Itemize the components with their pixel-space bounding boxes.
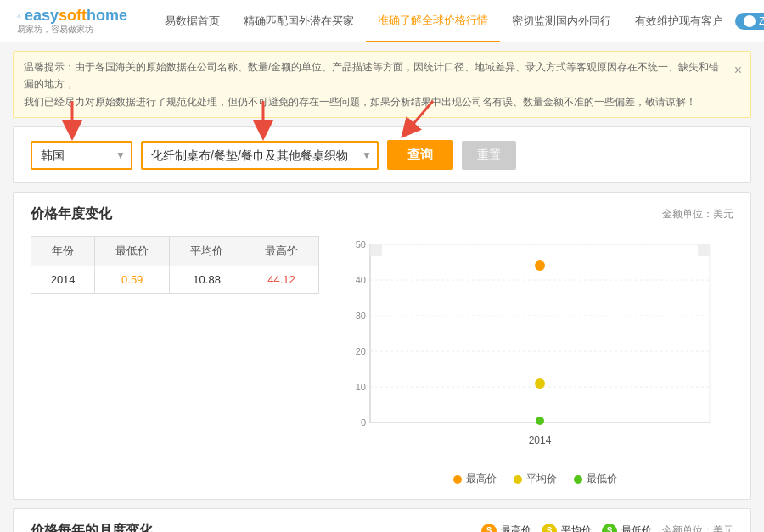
- product-select-wrapper: 化纤制桌布/餐垫/餐巾及其他餐桌织物 ▼: [141, 141, 379, 170]
- country-select[interactable]: 韩国: [31, 141, 132, 170]
- data-table-wrapper: 年份 最低价 平均价 最高价 2014 0.59 10.88 44.12: [31, 236, 319, 294]
- price-annual-section: 价格年度变化 金额单位：美元 年份 最低价 平均价 最高价 2014 0.59: [13, 192, 751, 500]
- lang-label: ZH: [759, 15, 764, 27]
- legend-max: 最高价: [453, 472, 497, 486]
- table-row: 2014 0.59 10.88 44.12: [31, 266, 319, 294]
- monthly-section: 价格每年的月度变化 S 最高价 S 平均价 S 最低价 金额单位：美元 年份 1…: [13, 508, 751, 532]
- section-header: 价格年度变化 金额单位：美元: [31, 205, 733, 223]
- monthly-legend-avg-circle: S: [542, 524, 557, 532]
- legend-min-dot: [574, 475, 582, 484]
- col-min-header: 最低价: [95, 237, 170, 266]
- query-button[interactable]: 查询: [387, 140, 453, 170]
- logo: easy soft home 易家坊，容易做家坊: [17, 7, 127, 36]
- lang-toggle[interactable]: ZH: [735, 13, 764, 30]
- monthly-legend-avg-label: 平均价: [561, 524, 592, 532]
- logo-easy: easy: [25, 7, 59, 25]
- svg-text:2014: 2014: [529, 434, 552, 446]
- monthly-legend-max: S 最高价: [481, 524, 531, 532]
- monthly-legend-max-circle: S: [481, 524, 497, 532]
- svg-text:30: 30: [356, 311, 366, 321]
- toggle-dot: [744, 15, 756, 27]
- nav-item-buyers[interactable]: 精确匹配国外潜在买家: [232, 0, 366, 42]
- year-cell: 2014: [31, 266, 95, 294]
- logo-icon: [17, 7, 21, 25]
- product-select[interactable]: 化纤制桌布/餐垫/餐巾及其他餐桌织物: [141, 141, 379, 170]
- country-select-wrapper: 韩国 ▼: [31, 141, 132, 170]
- price-table: 年份 最低价 平均价 最高价 2014 0.59 10.88 44.12: [31, 236, 319, 294]
- legend-min-label: 最低价: [587, 472, 617, 486]
- notice-close-button[interactable]: ×: [734, 59, 742, 81]
- col-max-header: 最高价: [244, 237, 319, 266]
- header: easy soft home 易家坊，容易做家坊 易数据首页 精确匹配国外潜在买…: [0, 0, 764, 42]
- nav-item-customers[interactable]: 有效维护现有客户: [623, 0, 735, 42]
- monthly-legend-min-label: 最低价: [621, 524, 652, 532]
- section-title: 价格年度变化: [31, 205, 112, 223]
- chart-container: 50 40 30 20 10 0: [336, 236, 733, 486]
- svg-rect-21: [370, 244, 382, 256]
- max-point: [535, 260, 545, 271]
- nav-item-monitor[interactable]: 密切监测国内外同行: [500, 0, 623, 42]
- search-wrapper: 韩国 ▼ 化纤制桌布/餐垫/餐巾及其他餐桌织物 ▼ 查询 重置: [0, 126, 764, 183]
- logo-subtitle: 易家坊，容易做家坊: [17, 24, 127, 36]
- notice-bar: 温馨提示：由于各国海关的原始数据在公司名称、数量/金额的单位、产品描述等方面，因…: [13, 51, 751, 118]
- svg-text:10: 10: [356, 382, 366, 392]
- monthly-legend-min-circle: S: [602, 524, 617, 532]
- monthly-legend-min: S 最低价: [602, 524, 652, 532]
- price-chart: 50 40 30 20 10 0: [336, 236, 727, 465]
- col-avg-header: 平均价: [170, 237, 244, 266]
- legend-avg: 平均价: [514, 472, 557, 486]
- legend-max-dot: [453, 475, 462, 484]
- monthly-legend-max-label: 最高价: [501, 524, 531, 532]
- logo-text: easy soft home: [17, 7, 127, 25]
- legend-max-label: 最高价: [466, 472, 497, 486]
- bottom-header: 价格每年的月度变化 S 最高价 S 平均价 S 最低价 金额单位：美元: [31, 522, 733, 532]
- svg-text:40: 40: [356, 275, 366, 285]
- svg-text:0: 0: [361, 417, 366, 428]
- nav-item-price[interactable]: 准确了解全球价格行情: [366, 0, 500, 42]
- avg-cell: 10.88: [170, 266, 244, 294]
- logo-home: home: [87, 7, 127, 25]
- legend-avg-label: 平均价: [526, 472, 557, 486]
- svg-rect-6: [370, 244, 710, 423]
- legend-min: 最低价: [574, 472, 617, 486]
- legend-avg-dot: [514, 475, 522, 484]
- reset-button[interactable]: 重置: [462, 141, 516, 170]
- nav-item-home[interactable]: 易数据首页: [153, 0, 232, 42]
- logo-soft: soft: [59, 7, 87, 25]
- monthly-title: 价格每年的月度变化: [31, 522, 153, 532]
- notice-line1: 温馨提示：由于各国海关的原始数据在公司名称、数量/金额的单位、产品描述等方面，因…: [24, 59, 725, 93]
- avg-point: [535, 378, 545, 389]
- chart-legend: 最高价 平均价 最低价: [336, 472, 733, 486]
- search-bar: 韩国 ▼ 化纤制桌布/餐垫/餐巾及其他餐桌织物 ▼ 查询 重置: [13, 126, 751, 183]
- monthly-legend: S 最高价 S 平均价 S 最低价 金额单位：美元: [481, 524, 733, 532]
- svg-text:50: 50: [356, 239, 366, 249]
- monthly-currency-note: 金额单位：美元: [662, 524, 733, 532]
- min-cell: 0.59: [95, 266, 170, 294]
- min-point: [536, 417, 544, 425]
- main-nav: 易数据首页 精确匹配国外潜在买家 准确了解全球价格行情 密切监测国内外同行 有效…: [153, 0, 735, 42]
- chart-section: 年份 最低价 平均价 最高价 2014 0.59 10.88 44.12: [31, 236, 733, 486]
- max-cell: 44.12: [244, 266, 319, 294]
- col-year-header: 年份: [31, 237, 95, 266]
- notice-line2: 我们已经尽力对原始数据进行了规范化处理，但仍不可避免的存在一些问题，如果分析结果…: [24, 93, 725, 110]
- svg-rect-22: [698, 244, 710, 256]
- monthly-legend-avg: S 平均价: [542, 524, 592, 532]
- svg-text:20: 20: [356, 346, 366, 356]
- currency-note: 金额单位：美元: [662, 207, 733, 221]
